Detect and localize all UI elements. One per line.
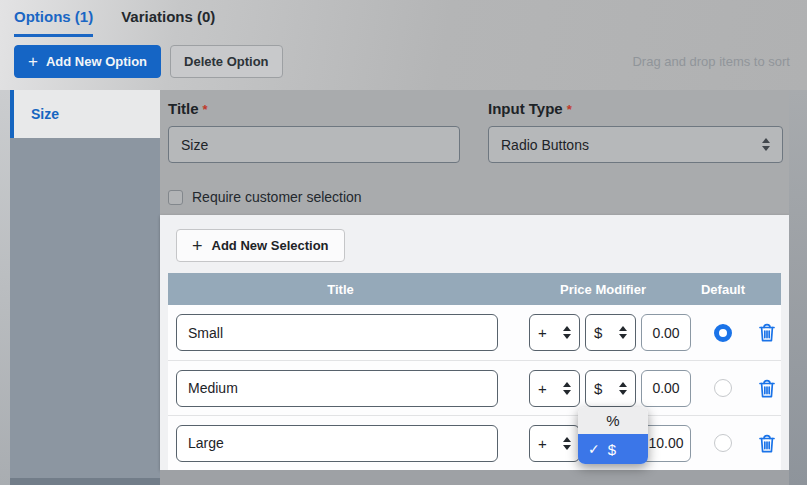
table-header: Title Price Modifier Default <box>168 273 781 305</box>
currency-value: $ <box>594 324 602 341</box>
header: Options (1) Variations (0) + Add New Opt… <box>0 0 807 90</box>
table-row: + $ <box>168 360 781 415</box>
option-form: Title* Input Type* Radio Buttons Require… <box>160 90 789 215</box>
header-price-modifier: Price Modifier <box>513 282 693 297</box>
page-gutter <box>0 90 10 485</box>
select-arrows-icon <box>762 138 770 151</box>
select-arrows-icon <box>563 437 571 450</box>
dropdown-option-dollar-label: $ <box>608 441 616 458</box>
price-value-input[interactable] <box>641 370 691 407</box>
input-type-label: Input Type* <box>488 100 783 117</box>
dropdown-option-dollar[interactable]: ✓ $ <box>578 434 648 464</box>
sidebar-bottom-shadow <box>10 478 160 485</box>
input-type-value: Radio Buttons <box>501 137 589 153</box>
select-arrows-icon <box>619 326 627 339</box>
selections-panel: + Add New Selection Title Price Modifier… <box>160 215 789 470</box>
table-row: + $ <box>168 305 781 360</box>
tab-variations[interactable]: Variations (0) <box>121 8 215 37</box>
header-title: Title <box>168 282 513 297</box>
select-arrows-icon <box>563 326 571 339</box>
table-row: + $ <box>168 415 781 470</box>
sign-value: + <box>538 435 547 452</box>
selection-title-input[interactable] <box>176 425 498 462</box>
default-radio[interactable] <box>714 324 732 342</box>
sign-value: + <box>538 380 547 397</box>
currency-dropdown-menu: % ✓ $ <box>578 407 648 464</box>
sign-select[interactable]: + <box>529 314 580 351</box>
required-asterisk: * <box>567 102 572 117</box>
delete-option-label: Delete Option <box>184 54 269 69</box>
plus-icon: + <box>28 53 38 70</box>
delete-row-button[interactable] <box>757 322 777 343</box>
currency-select[interactable]: $ <box>585 314 636 351</box>
required-asterisk: * <box>203 102 208 117</box>
dropdown-option-percent[interactable]: % <box>578 407 648 434</box>
input-type-label-text: Input Type <box>488 100 563 117</box>
sign-select[interactable]: + <box>529 370 580 407</box>
select-arrows-icon <box>563 382 571 395</box>
toolbar: + Add New Option Delete Option <box>14 45 283 78</box>
require-selection-checkbox[interactable] <box>168 190 183 205</box>
title-label: Title* <box>168 100 460 117</box>
right-page-strip <box>789 90 807 485</box>
trash-icon <box>757 433 777 454</box>
default-radio[interactable] <box>714 434 732 452</box>
plus-icon: + <box>192 237 203 255</box>
select-arrows-icon <box>619 382 627 395</box>
delete-row-button[interactable] <box>757 433 777 454</box>
delete-row-button[interactable] <box>757 378 777 399</box>
sign-select[interactable]: + <box>529 425 580 462</box>
options-sidebar: Size <box>10 90 160 485</box>
delete-option-button[interactable]: Delete Option <box>170 45 283 78</box>
add-new-selection-label: Add New Selection <box>212 238 329 253</box>
add-new-option-label: Add New Option <box>46 54 147 69</box>
selections-table: Title Price Modifier Default + $ <box>168 273 781 470</box>
tab-bar: Options (1) Variations (0) <box>14 8 215 37</box>
bottom-page-strip <box>160 470 789 485</box>
currency-select[interactable]: $ <box>585 370 636 407</box>
sign-value: + <box>538 324 547 341</box>
title-label-text: Title <box>168 100 199 117</box>
price-value-input[interactable] <box>641 425 691 462</box>
option-title-input[interactable] <box>168 126 460 163</box>
selection-title-input[interactable] <box>176 370 498 407</box>
header-default: Default <box>693 282 753 297</box>
check-icon: ✓ <box>588 441 600 457</box>
require-selection-label: Require customer selection <box>192 189 362 205</box>
add-new-option-button[interactable]: + Add New Option <box>14 45 161 78</box>
sidebar-item-size[interactable]: Size <box>10 90 160 138</box>
trash-icon <box>757 322 777 343</box>
drag-drop-hint: Drag and drop items to sort <box>632 54 790 69</box>
currency-value: $ <box>594 380 602 397</box>
trash-icon <box>757 378 777 399</box>
default-radio[interactable] <box>714 379 732 397</box>
selection-title-input[interactable] <box>176 314 498 351</box>
price-value-input[interactable] <box>641 314 691 351</box>
add-new-selection-button[interactable]: + Add New Selection <box>176 229 345 262</box>
input-type-select[interactable]: Radio Buttons <box>488 126 783 163</box>
tab-options[interactable]: Options (1) <box>14 8 93 37</box>
